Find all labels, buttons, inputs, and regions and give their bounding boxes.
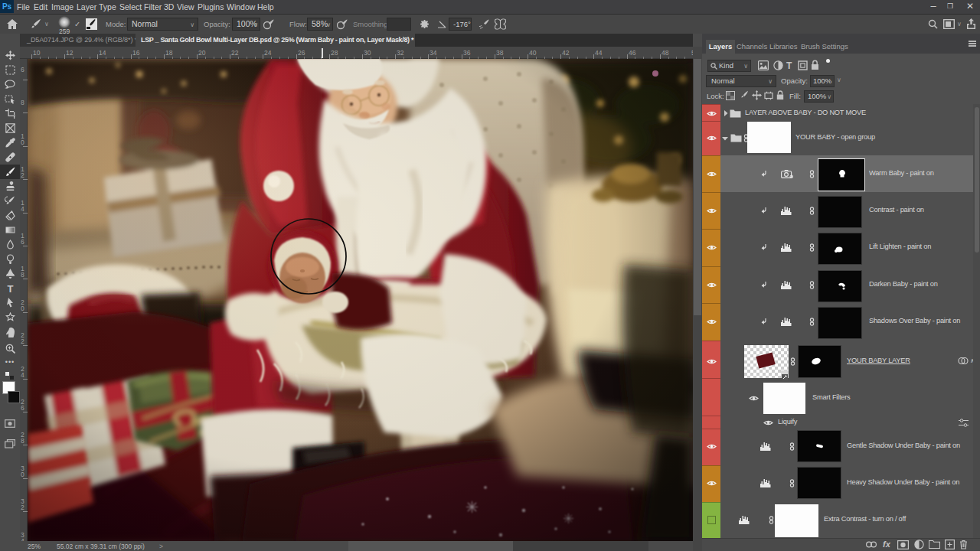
svg-text:T: T — [7, 283, 13, 293]
